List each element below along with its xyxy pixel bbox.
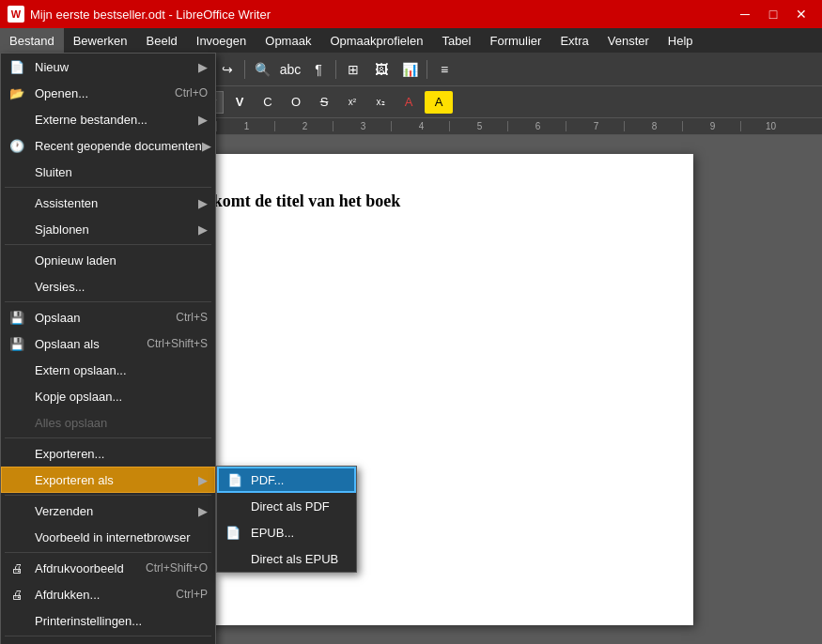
menu-help[interactable]: Help [659, 28, 703, 53]
menu-label-sluiten: Sluiten [35, 165, 72, 179]
menu-item-assistenten[interactable]: Assistenten ▶ [1, 190, 215, 216]
sjablonen-arrow-icon: ▶ [198, 222, 208, 237]
spell-button[interactable]: abc [277, 57, 303, 82]
menu-label-opslaan: Opslaan [35, 311, 80, 325]
exporteren-als-icon [8, 469, 28, 490]
afdrukken-icon: 🖨 [7, 584, 27, 605]
menu-item-afdrukken[interactable]: 🖨 Afdrukken... Ctrl+P [1, 581, 215, 607]
menu-item-eigenschappen[interactable]: Eigenschappen... [1, 638, 215, 644]
afdrukken-shortcut: Ctrl+P [176, 588, 208, 601]
sep5 [5, 495, 211, 496]
menu-item-kopje[interactable]: Kopje opslaan... [1, 383, 215, 409]
menu-bewerken[interactable]: Bewerken [64, 28, 137, 53]
menu-label-printerinstellingen: Printerinstellingen... [35, 614, 142, 628]
table-button[interactable]: ⊞ [340, 57, 366, 82]
submenu-label-direct-pdf: Direct als PDF [251, 499, 330, 514]
menu-item-recent[interactable]: 🕐 Recent geopende documenten ▶ [1, 132, 215, 159]
direct-epub-icon [223, 548, 243, 569]
menu-item-sjablonen[interactable]: Sjablonen ▶ [1, 216, 215, 242]
submenu-item-epub[interactable]: 📄 EPUB... [217, 519, 356, 545]
highlight-button[interactable]: A [425, 91, 453, 114]
menu-extra[interactable]: Extra [551, 28, 597, 53]
bold-button[interactable]: V [227, 91, 252, 114]
menu-label-afdrukken: Afdrukken... [35, 588, 100, 602]
menu-beeld[interactable]: Beeld [137, 28, 187, 53]
menu-item-versies[interactable]: Versies... [1, 273, 215, 299]
minimize-button[interactable]: ─ [732, 4, 758, 24]
chart-button[interactable]: 📊 [396, 57, 423, 82]
extern-arrow-icon: ▶ [198, 113, 208, 127]
menu-label-versies: Versies... [35, 280, 85, 294]
menu-item-sluiten[interactable]: Sluiten [1, 159, 215, 185]
fontcolor-button[interactable]: A [396, 91, 421, 114]
opnieuw-icon [7, 250, 27, 270]
ruler-marks: 1 2 3 4 5 6 7 8 9 10 [216, 121, 799, 131]
recent-arrow-icon: ▶ [202, 139, 211, 153]
alles-opslaan-icon [7, 412, 27, 433]
subscript-button[interactable]: x₂ [368, 91, 393, 114]
menu-venster[interactable]: Venster [598, 28, 659, 53]
menu-formulier[interactable]: Formulier [480, 28, 551, 53]
menu-item-printerinstellingen[interactable]: Printerinstellingen... [1, 607, 215, 634]
direct-pdf-icon [223, 496, 243, 516]
menu-item-opslaan-als[interactable]: 💾 Opslaan als Ctrl+Shift+S [1, 330, 215, 357]
menu-item-exporteren[interactable]: Exporteren... [1, 440, 215, 467]
menu-opmaakprofielen[interactable]: Opmaakprofielen [320, 28, 432, 53]
menu-label-recent: Recent geopende documenten [35, 139, 202, 153]
assistenten-icon [7, 192, 27, 213]
menu-item-verzenden[interactable]: Verzenden ▶ [1, 498, 215, 524]
toolbar-sep5 [427, 60, 427, 79]
exporteren-als-arrow-icon: ▶ [198, 473, 208, 487]
menu-item-extern-opslaan[interactable]: Extern opslaan... [1, 357, 215, 383]
document-title: Hier komt de titel van het boek [177, 192, 646, 211]
submenu-label-epub: EPUB... [251, 526, 294, 540]
openen-shortcut: Ctrl+O [175, 86, 208, 100]
menu-item-alles-opslaan: Alles opslaan [1, 409, 215, 436]
close-button[interactable]: ✕ [788, 4, 814, 24]
more-button[interactable]: ≡ [431, 57, 458, 82]
redo-button[interactable]: ↪ [214, 57, 240, 82]
menu-item-opslaan[interactable]: 💾 Opslaan Ctrl+S [1, 304, 215, 330]
kopje-icon [7, 386, 27, 406]
nonprint-button[interactable]: ¶ [305, 57, 332, 82]
menu-invoegen[interactable]: Invoegen [187, 28, 256, 53]
menu-label-nieuw: Nieuw [35, 60, 69, 74]
superscript-button[interactable]: x² [340, 91, 364, 114]
submenu-item-direct-epub[interactable]: Direct als EPUB [217, 545, 356, 572]
menu-bestand[interactable]: Bestand [0, 28, 64, 53]
menu-tabel[interactable]: Tabel [432, 28, 480, 53]
find-button[interactable]: 🔍 [249, 57, 275, 82]
exporteren-als-submenu: 📄 PDF... Direct als PDF 📄 EPUB... Direct… [216, 466, 357, 573]
menu-item-nieuw[interactable]: 📄 Nieuw ▶ [1, 54, 215, 80]
sep6 [5, 552, 211, 553]
ruler-mark: 6 [507, 121, 566, 131]
underline-button[interactable]: O [284, 91, 308, 114]
submenu-item-direct-pdf[interactable]: Direct als PDF [217, 493, 356, 519]
menu-item-exporteren-als[interactable]: Exporteren als ▶ [1, 467, 215, 493]
opslaan-icon: 💾 [7, 307, 27, 328]
menu-label-verzenden: Verzenden [35, 504, 93, 518]
submenu-item-pdf[interactable]: 📄 PDF... [217, 467, 356, 493]
italic-button[interactable]: C [256, 91, 280, 114]
extern-icon [7, 109, 27, 130]
menu-label-opnieuw: Opnieuw laden [35, 253, 116, 268]
maximize-button[interactable]: □ [760, 4, 786, 24]
menu-item-openen[interactable]: 📂 Openen... Ctrl+O [1, 80, 215, 106]
menu-label-extern: Externe bestanden... [35, 113, 147, 127]
toolbar-sep4 [335, 60, 336, 79]
verzenden-arrow-icon: ▶ [198, 504, 208, 518]
versies-icon [7, 276, 27, 297]
menu-item-voorbeeld[interactable]: Voorbeeld in internetbrowser [1, 524, 215, 550]
strikethrough-button[interactable]: S [312, 91, 336, 114]
exporteren-icon [7, 443, 27, 464]
sep2 [5, 244, 211, 245]
menu-opmaak[interactable]: Opmaak [256, 28, 320, 53]
menu-item-afdrukvoorbeeld[interactable]: 🖨 Afdrukvoorbeeld Ctrl+Shift+O [1, 555, 215, 581]
ruler-mark: 8 [624, 121, 682, 131]
menu-item-opnieuw[interactable]: Opnieuw laden [1, 247, 215, 273]
sep1 [5, 187, 211, 188]
opslaan-shortcut: Ctrl+S [176, 311, 208, 324]
ruler-mark: 2 [274, 121, 333, 131]
menu-item-extern[interactable]: Externe bestanden... ▶ [1, 106, 215, 132]
image-button[interactable]: 🖼 [368, 57, 395, 82]
